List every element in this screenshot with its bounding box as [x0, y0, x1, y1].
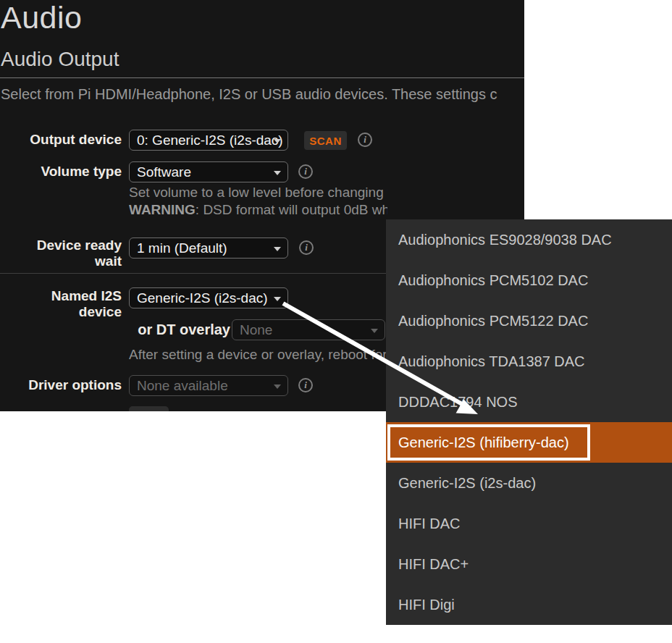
scan-button[interactable]: SCAN: [304, 131, 347, 150]
screenshot-stage: Audio Audio Output Select from Pi HDMI/H…: [0, 0, 672, 643]
device-option[interactable]: HIFI Digi: [386, 584, 672, 625]
output-device-select[interactable]: 0: Generic-I2S (i2s-dac): [129, 130, 288, 151]
device-option[interactable]: Generic-I2S (hifiberry-dac): [386, 422, 672, 463]
device-ready-wait-label: Device ready wait: [0, 238, 122, 269]
section-description: Select from Pi HDMI/Headphone, I2S or US…: [1, 86, 524, 103]
section-divider: [0, 77, 524, 78]
device-ready-wait-info-icon[interactable]: i: [299, 240, 314, 255]
warning-label: WARNING: [129, 202, 196, 217]
dt-overlay-label: or DT overlay: [0, 322, 230, 338]
named-i2s-device-label: Named I2S device: [0, 288, 122, 320]
driver-options-label: Driver options: [0, 377, 122, 393]
named-i2s-device-select[interactable]: Generic-I2S (i2s-dac): [129, 287, 288, 308]
driver-options-info-icon[interactable]: i: [298, 378, 313, 392]
device-option[interactable]: HIFI DAC+: [386, 544, 672, 584]
device-option[interactable]: DDDAC1794 NOS: [386, 382, 672, 422]
volume-warning-line: WARNING: DSD format will output 0dB when…: [129, 201, 387, 219]
chevron-down-icon: [274, 247, 281, 251]
chevron-down-icon: [274, 384, 281, 389]
set-button-partial[interactable]: [129, 406, 169, 411]
volume-type-select[interactable]: Software: [129, 161, 288, 182]
chevron-down-icon: [371, 329, 378, 333]
volume-help-line1: Set volume to a low level before changin…: [129, 184, 387, 201]
volume-type-info-icon[interactable]: i: [298, 164, 313, 179]
device-option[interactable]: HIFI DAC: [386, 503, 672, 544]
volume-type-label: Volume type: [0, 164, 122, 180]
device-option[interactable]: Generic-I2S (i2s-dac): [386, 463, 672, 503]
output-device-label: Output device: [0, 132, 122, 148]
overlay-help-line: After setting a device or overlay, reboo…: [129, 346, 387, 363]
page-title: Audio: [1, 0, 82, 35]
device-option[interactable]: Audiophonics PCM5102 DAC: [386, 260, 672, 301]
chevron-down-icon: [274, 139, 281, 143]
device-option[interactable]: Audiophonics PCM5122 DAC: [386, 301, 672, 341]
device-option[interactable]: Audiophonics TDA1387 DAC: [386, 341, 672, 382]
chevron-down-icon: [274, 171, 281, 175]
chevron-down-icon: [274, 297, 281, 301]
i2s-device-list: Audiophonics ES9028/9038 DAC Audiophonic…: [386, 219, 672, 625]
driver-options-select[interactable]: None available: [129, 375, 288, 396]
device-ready-wait-select[interactable]: 1 min (Default): [129, 238, 288, 259]
output-device-info-icon[interactable]: i: [358, 133, 372, 147]
section-title-audio-output: Audio Output: [1, 48, 119, 71]
dt-overlay-select[interactable]: None: [232, 319, 385, 340]
device-option[interactable]: Audiophonics ES9028/9038 DAC: [386, 219, 672, 260]
